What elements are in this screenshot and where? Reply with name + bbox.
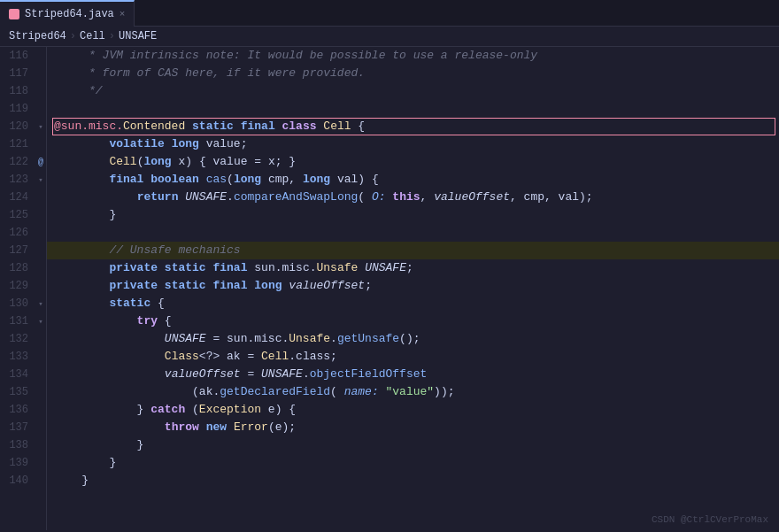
line-number: 123	[0, 171, 35, 189]
line-content: }	[54, 472, 89, 490]
line-content: }	[54, 454, 116, 472]
gutter-row: 131▾	[0, 312, 46, 330]
fold-icon[interactable]: ▾	[35, 171, 46, 189]
code-line: }	[47, 206, 779, 224]
line-content: private static final long valueOffset;	[54, 277, 372, 295]
line-content: try {	[54, 312, 172, 330]
gutter-row: 124	[0, 189, 46, 206]
code-line: final boolean cas(long cmp, long val) {	[47, 171, 779, 189]
code-line: */	[47, 82, 779, 100]
line-content: Class<?> ak = Cell.class;	[54, 348, 337, 366]
line-number: 137	[0, 419, 35, 436]
gutter-empty	[35, 348, 46, 366]
breadcrumb-cell[interactable]: Cell	[80, 30, 105, 42]
gutter-row: 129	[0, 277, 46, 295]
gutter-row: 122@	[0, 153, 46, 171]
code-line: @sun.misc.Contended static final class C…	[47, 118, 779, 135]
line-number: 129	[0, 277, 35, 295]
code-line: static {	[47, 295, 779, 312]
line-content: }	[54, 206, 116, 224]
tab-close-button[interactable]: ×	[120, 9, 126, 19]
tab-label: Striped64.java	[25, 8, 114, 20]
line-content: Cell(long x) { value = x; }	[54, 153, 296, 171]
gutter-empty	[35, 472, 46, 490]
gutter-empty	[35, 383, 46, 401]
line-number: 121	[0, 135, 35, 153]
code-line: try {	[47, 312, 779, 330]
gutter-row: 125	[0, 206, 46, 224]
code-area: * JVM intrinsics note: It would be possi…	[47, 47, 779, 530]
line-content: @sun.misc.Contended static final class C…	[54, 118, 365, 135]
gutter-row: 117	[0, 65, 46, 82]
line-number: 135	[0, 383, 35, 401]
line-content	[54, 224, 61, 242]
breadcrumb-striped64[interactable]: Striped64	[9, 30, 66, 42]
line-content: * JVM intrinsics note: It would be possi…	[54, 47, 537, 65]
gutter-empty	[35, 135, 46, 153]
line-content: UNSAFE = sun.misc.Unsafe.getUnsafe();	[54, 330, 420, 348]
gutter-row: 127	[0, 242, 46, 259]
line-content: final boolean cas(long cmp, long val) {	[54, 171, 379, 189]
gutter-empty	[35, 330, 46, 348]
gutter-empty	[35, 366, 46, 383]
tab-striped64[interactable]: Striped64.java ×	[0, 0, 135, 27]
line-content: return UNSAFE.compareAndSwapLong( O: thi…	[54, 189, 593, 206]
code-line: volatile long value;	[47, 135, 779, 153]
gutter-row: 128	[0, 259, 46, 277]
gutter-row: 139	[0, 454, 46, 472]
gutter-empty	[35, 401, 46, 419]
gutter-row: 132	[0, 330, 46, 348]
gutter-row: 140	[0, 472, 46, 490]
code-line: private static final long valueOffset;	[47, 277, 779, 295]
line-content: // Unsafe mechanics	[54, 242, 241, 259]
gutter-empty	[35, 189, 46, 206]
gutter-row: 121	[0, 135, 46, 153]
breadcrumb-sep-2: ›	[109, 30, 115, 42]
gutter-empty	[35, 100, 46, 118]
line-number: 136	[0, 401, 35, 419]
line-number: 120	[0, 118, 35, 135]
line-number: 124	[0, 189, 35, 206]
fold-icon[interactable]: ▾	[35, 312, 46, 330]
gutter-empty	[35, 454, 46, 472]
gutter-row: 135	[0, 383, 46, 401]
line-content: static {	[54, 295, 165, 312]
line-number: 119	[0, 100, 35, 118]
bookmark-icon[interactable]: @	[35, 153, 46, 171]
line-number: 134	[0, 366, 35, 383]
gutter-row: 126	[0, 224, 46, 242]
code-line: valueOffset = UNSAFE.objectFieldOffset	[47, 366, 779, 383]
gutter-row: 120▾	[0, 118, 46, 135]
gutter-empty	[35, 65, 46, 82]
gutter-row: 133	[0, 348, 46, 366]
fold-icon[interactable]: ▾	[35, 118, 46, 135]
code-line: // Unsafe mechanics	[47, 242, 779, 259]
line-number: 128	[0, 259, 35, 277]
line-number: 125	[0, 206, 35, 224]
line-content: }	[54, 436, 143, 454]
tab-bar: Striped64.java ×	[0, 0, 779, 27]
gutter-empty	[35, 242, 46, 259]
gutter-row: 119	[0, 100, 46, 118]
gutter-row: 118	[0, 82, 46, 100]
line-content: throw new Error(e);	[54, 419, 296, 436]
line-content: */	[54, 82, 103, 100]
gutter-empty	[35, 436, 46, 454]
gutter-row: 130▾	[0, 295, 46, 312]
line-number: 131	[0, 312, 35, 330]
fold-icon[interactable]: ▾	[35, 295, 46, 312]
line-content: valueOffset = UNSAFE.objectFieldOffset	[54, 366, 427, 383]
line-number: 127	[0, 242, 35, 259]
line-number: 118	[0, 82, 35, 100]
breadcrumb-unsafe[interactable]: UNSAFE	[119, 30, 157, 42]
code-line: Cell(long x) { value = x; }	[47, 153, 779, 171]
line-content: private static final sun.misc.Unsafe UNS…	[54, 259, 413, 277]
code-line: } catch (Exception e) {	[47, 401, 779, 419]
gutter-empty	[35, 82, 46, 100]
code-line: UNSAFE = sun.misc.Unsafe.getUnsafe();	[47, 330, 779, 348]
code-line: private static final sun.misc.Unsafe UNS…	[47, 259, 779, 277]
code-line	[47, 100, 779, 118]
gutter-row: 137	[0, 419, 46, 436]
line-number: 117	[0, 65, 35, 82]
gutter-row: 123▾	[0, 171, 46, 189]
